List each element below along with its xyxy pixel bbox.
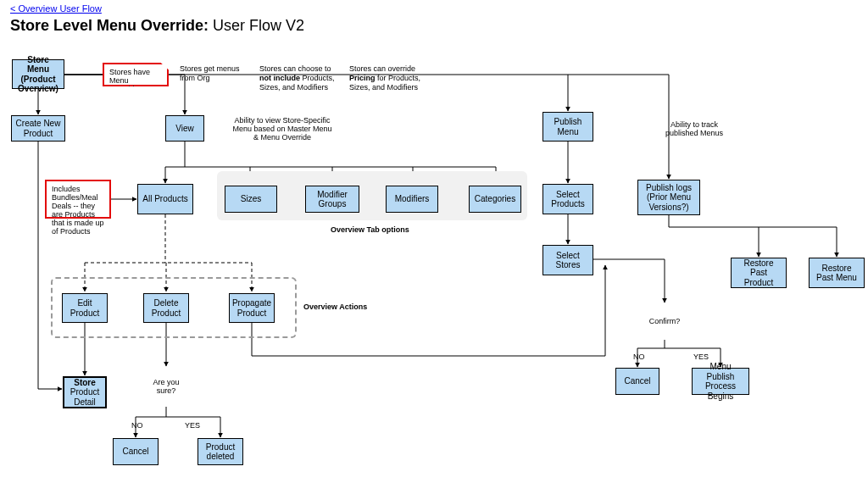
box-all-products: All Products — [137, 184, 193, 214]
box-select-products: Select Products — [542, 184, 593, 214]
diamond-are-you-sure: Are you sure? — [149, 369, 183, 403]
box-cancel-delete: Cancel — [113, 438, 159, 465]
breadcrumb-link[interactable]: < Overview User Flow — [10, 3, 102, 14]
label-yes-2: YES — [693, 353, 709, 361]
label-overview-actions: Overview Actions — [303, 303, 367, 311]
box-store-menu: Store Menu (Product Overview) — [12, 59, 64, 89]
note-pricing: Stores can override Pricing for Products… — [349, 64, 426, 92]
box-cancel-publish: Cancel — [615, 368, 659, 395]
box-sizes: Sizes — [225, 186, 277, 213]
box-select-stores: Select Stores — [542, 245, 593, 275]
label-overview-tabs: Overview Tab options — [331, 225, 409, 234]
note-not-include: Stores can choose to not include Product… — [259, 64, 340, 92]
box-categories: Categories — [469, 186, 521, 213]
label-no-2: NO — [633, 353, 645, 361]
label-yes-1: YES — [185, 421, 200, 430]
callout-stores-have-overrides: Stores have Menu Overrides — [103, 63, 169, 86]
box-publish-begins: Menu Publish Process Begins — [692, 368, 749, 395]
box-view: View — [165, 115, 204, 142]
box-create-new-product: Create New Product — [11, 115, 65, 142]
box-modifiers: Modifiers — [386, 186, 438, 213]
page-title: Store Level Menu Override: User Flow V2 — [10, 17, 304, 35]
box-publish-logs: Publish logs (Prior Menu Versions?) — [637, 180, 700, 215]
page-title-bold: Store Level Menu Override: — [10, 17, 209, 34]
box-product-deleted: Product deleted — [198, 438, 243, 465]
label-no-1: NO — [131, 421, 143, 430]
trap-view-override: Ability to view Store-Specific Menu base… — [219, 115, 346, 142]
callout-bundles: Includes Bundles/Meal Deals -- they are … — [45, 180, 111, 219]
trap-track: Ability to track published Menus — [644, 115, 744, 142]
note-from-org: Stores get menus from Org — [180, 64, 249, 83]
box-restore-menu: Restore Past Menu — [809, 258, 865, 288]
box-store-product-detail: StoreProduct Detail — [63, 376, 107, 408]
box-edit-product: Edit Product — [62, 293, 108, 323]
box-delete-product: Delete Product — [143, 293, 189, 323]
box-publish-menu: Publish Menu — [542, 112, 593, 142]
page-title-light: User Flow V2 — [209, 17, 304, 34]
diamond-confirm: Confirm? — [648, 305, 681, 337]
box-restore-product: Restore Past Product — [731, 258, 787, 288]
box-propagate-product: Propagate Product — [229, 293, 275, 323]
box-modifier-groups: Modifier Groups — [305, 186, 359, 213]
